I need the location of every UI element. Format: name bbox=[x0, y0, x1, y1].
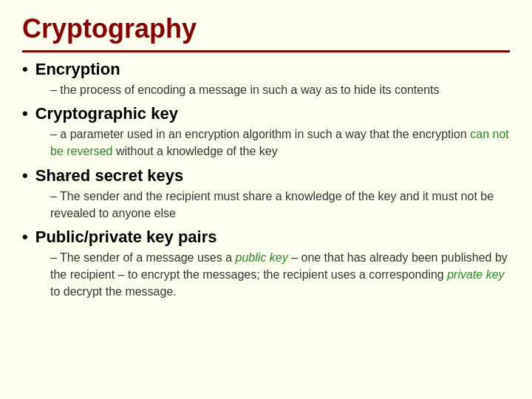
bullet-dot-3: • bbox=[22, 166, 28, 185]
sub-item-encryption: – the process of encoding a message in s… bbox=[43, 81, 510, 98]
bullet-header-public-private-key-pairs: • Public/private key pairs bbox=[22, 228, 510, 247]
bullet-label-encryption: Encryption bbox=[35, 60, 120, 79]
sub-text-crypto-key-2: without a knowledge of the key bbox=[113, 145, 278, 157]
bullet-item-shared-secret-keys: • Shared secret keys – The sender and th… bbox=[22, 166, 510, 222]
bullet-dot-4: • bbox=[22, 228, 28, 247]
bullet-item-cryptographic-key: • Cryptographic key – a parameter used i… bbox=[22, 104, 510, 160]
sub-text-ppkp-3: to decrypt the message. bbox=[50, 285, 177, 298]
bullet-dot-2: • bbox=[22, 104, 28, 123]
bullet-label-cryptographic-key: Cryptographic key bbox=[35, 104, 178, 123]
content-area: • Encryption – the process of encoding a… bbox=[22, 60, 510, 301]
sub-item-public-private-key-pairs: – The sender of a message uses a public … bbox=[43, 249, 510, 301]
sub-item-shared-secret-keys: – The sender and the recipient must shar… bbox=[43, 188, 510, 222]
bullet-label-public-private-key-pairs: Public/private key pairs bbox=[35, 228, 217, 247]
sub-text-ppkp-public-key: public key bbox=[236, 251, 288, 264]
bullet-header-cryptographic-key: • Cryptographic key bbox=[22, 104, 510, 123]
slide-title: Cryptography bbox=[22, 13, 510, 52]
sub-text-encryption: – the process of encoding a message in s… bbox=[50, 83, 440, 96]
bullet-dot: • bbox=[22, 60, 28, 79]
sub-text-ppkp-1: – The sender of a message uses a bbox=[50, 251, 236, 264]
sub-text-shared-secret: – The sender and the recipient must shar… bbox=[50, 190, 494, 219]
bullet-label-shared-secret-keys: Shared secret keys bbox=[35, 166, 184, 185]
slide: Cryptography • Encryption – the process … bbox=[0, 0, 532, 399]
sub-item-cryptographic-key: – a parameter used in an encryption algo… bbox=[43, 126, 510, 160]
bullet-item-public-private-key-pairs: • Public/private key pairs – The sender … bbox=[22, 228, 510, 301]
bullet-header-shared-secret-keys: • Shared secret keys bbox=[22, 166, 510, 185]
sub-text-ppkp-private-key: private key bbox=[447, 268, 504, 281]
bullet-header-encryption: • Encryption bbox=[22, 60, 510, 79]
sub-text-crypto-key-1: – a parameter used in an encryption algo… bbox=[50, 128, 470, 140]
bullet-item-encryption: • Encryption – the process of encoding a… bbox=[22, 60, 510, 98]
